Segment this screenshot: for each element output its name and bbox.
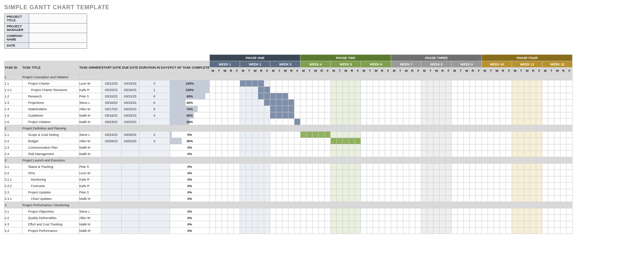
meta-value-date[interactable] [29,43,87,49]
calendar-cell [530,132,536,138]
calendar-cell [325,196,331,202]
pct-cell: 100% [170,80,210,87]
calendar-cell [421,151,427,157]
calendar-cell [367,183,373,189]
meta-value-project-title[interactable] [29,14,87,23]
start-date-cell [101,151,121,157]
gantt-bar-cell [282,100,288,106]
calendar-cell [234,221,240,228]
calendar-cell [313,87,319,93]
duration-cell: 6 [139,100,170,106]
calendar-cell [282,183,288,189]
col-task-id: TASK ID [5,61,22,74]
calendar-cell [403,100,409,106]
calendar-cell [560,189,566,196]
dow-header: R [500,68,506,74]
dow-header: M [482,68,488,74]
gantt-bar-cell [288,112,294,119]
meta-value-project-manager[interactable] [29,23,87,33]
pct-cell: 0% [170,151,210,157]
calendar-cell [548,170,554,176]
dow-header: F [325,68,331,74]
calendar-cell [367,196,373,202]
calendar-cell [264,196,270,202]
calendar-cell [319,138,325,144]
calendar-cell [240,215,246,221]
calendar-cell [252,183,258,189]
calendar-cell [307,170,313,176]
calendar-cell [452,196,458,202]
calendar-cell [403,183,409,189]
calendar-cell [325,106,331,112]
calendar-cell [294,151,300,157]
calendar-cell [446,215,452,221]
calendar-cell [536,164,542,170]
calendar-cell [464,176,470,183]
calendar-cell [494,119,500,125]
calendar-cell [349,215,355,221]
calendar-cell [427,196,433,202]
calendar-cell [391,93,397,100]
calendar-cell [421,164,427,170]
calendar-cell [440,189,446,196]
calendar-cell [554,112,560,119]
calendar-cell [506,208,512,215]
calendar-cell [325,170,331,176]
calendar-cell [566,170,573,176]
calendar-cell [373,144,379,151]
meta-value-company-name[interactable] [29,33,87,43]
calendar-cell [216,196,222,202]
dow-header: T [246,68,252,74]
calendar-cell [294,183,300,189]
calendar-cell [452,106,458,112]
calendar-cell [264,208,270,215]
calendar-cell [500,132,506,138]
calendar-cell [494,208,500,215]
calendar-cell [264,80,270,87]
meta-label-company-name: COMPANY NAME [5,33,29,43]
calendar-cell [300,100,307,106]
calendar-cell [560,215,566,221]
calendar-cell [560,144,566,151]
calendar-cell [373,215,379,221]
calendar-cell [524,221,530,228]
calendar-cell [246,100,252,106]
calendar-cell [319,170,325,176]
calendar-cell [536,87,542,93]
calendar-cell [433,144,440,151]
calendar-cell [288,151,294,157]
calendar-cell [270,176,276,183]
task-row: 3.2KPIsLeon W0% [5,170,573,176]
calendar-cell [397,112,403,119]
calendar-cell [397,215,403,221]
calendar-cell [246,183,252,189]
calendar-cell [313,183,319,189]
calendar-cell [234,119,240,125]
calendar-cell [446,80,452,87]
calendar-cell [270,215,276,221]
calendar-cell [566,183,573,189]
calendar-cell [542,87,548,93]
dow-header: M [270,68,276,74]
calendar-cell [313,164,319,170]
calendar-cell [470,144,476,151]
calendar-cell [252,176,258,183]
calendar-cell [307,93,313,100]
calendar-cell [319,106,325,112]
calendar-cell [464,170,470,176]
calendar-cell [210,215,216,221]
calendar-cell [367,119,373,125]
calendar-cell [415,112,421,119]
calendar-cell [409,132,415,138]
dow-header: M [361,68,367,74]
gantt-bar-cell [343,138,349,144]
gantt-bar-cell [337,138,343,144]
calendar-cell [373,100,379,106]
calendar-cell [373,132,379,138]
pct-cell: 0% [170,228,210,234]
calendar-cell [331,221,337,228]
pct-cell: 30% [170,138,210,144]
calendar-cell [282,170,288,176]
calendar-cell [397,151,403,157]
calendar-cell [494,164,500,170]
